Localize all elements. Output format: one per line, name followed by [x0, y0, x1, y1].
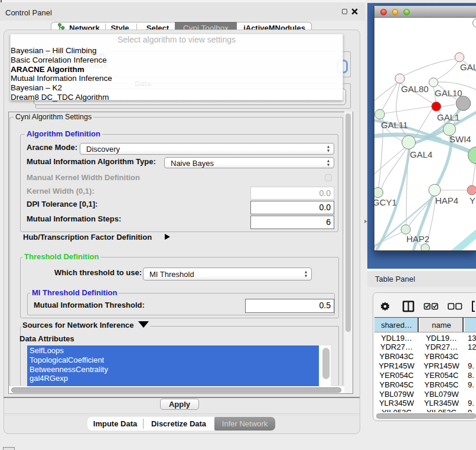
svg-text:GAL11: GAL11	[381, 120, 408, 130]
svg-text:GAL1: GAL1	[437, 112, 459, 122]
svg-text:GAL7: GAL7	[460, 62, 476, 72]
svg-text:HAP2: HAP2	[406, 234, 429, 244]
svg-text:YE: YE	[470, 195, 476, 206]
svg-text:GCY1: GCY1	[374, 197, 397, 207]
svg-text:GAL4: GAL4	[410, 149, 432, 159]
svg-text:GAL10: GAL10	[435, 88, 462, 98]
svg-text:GAL80: GAL80	[401, 84, 429, 94]
svg-text:HAP4: HAP4	[435, 195, 458, 206]
svg-text:SWI4: SWI4	[449, 134, 471, 144]
